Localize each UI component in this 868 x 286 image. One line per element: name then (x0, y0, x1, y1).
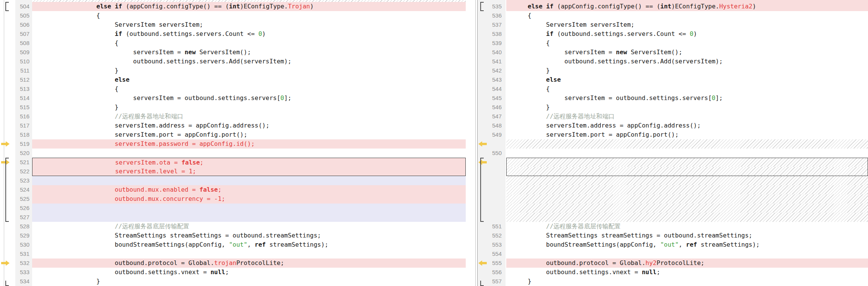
code-line[interactable]: //远程服务器底层传输配置 (506, 222, 868, 231)
code-line[interactable]: serversItem.password = appConfig.id(); (32, 139, 466, 149)
code-line[interactable] (32, 176, 466, 185)
code-line[interactable]: } (32, 66, 466, 75)
line-number: 514 (15, 94, 29, 103)
code-line[interactable]: { (32, 39, 466, 48)
code-line[interactable] (32, 204, 466, 213)
pane-splitter[interactable] (475, 0, 476, 286)
code-line[interactable]: else if (appConfig.configType() == (int)… (32, 2, 466, 11)
code-token: ServersItem serversItem; (115, 21, 203, 28)
code-token: false (181, 159, 200, 166)
code-line[interactable]: //远程服务器地址和端口 (32, 112, 466, 121)
code-line[interactable]: { (32, 11, 466, 20)
code-line[interactable]: serversItem.ota = false; (32, 158, 466, 167)
code-line[interactable]: outbound.settings.servers.Add(serversIte… (32, 57, 466, 66)
code-line[interactable]: StreamSettings streamSettings = outbound… (506, 231, 868, 240)
code-token: (outbound.settings.servers.Count <= (553, 30, 689, 37)
line-number: 537 (478, 20, 502, 29)
line-number: 552 (478, 231, 502, 240)
code-line[interactable]: serversItem = new ServersItem(); (32, 48, 466, 57)
code-line[interactable]: outbound.settings.vnext = null; (506, 268, 868, 277)
code-token: 0 (258, 30, 262, 37)
code-token: ; (657, 268, 660, 276)
code-token: ProtocolLite; (657, 259, 704, 267)
code-line[interactable]: serversItem = new ServersItem(); (506, 48, 868, 57)
code-token: outbound.protocol = Global. (115, 259, 214, 267)
line-number: 526 (15, 204, 29, 213)
line-number: 549 (478, 130, 502, 139)
code-line[interactable]: else if (appConfig.configType() == (int)… (506, 2, 868, 11)
code-line[interactable]: //远程服务器底层传输配置 (32, 222, 466, 231)
diff-filler-row[interactable] (506, 167, 868, 176)
right-gutter-numbers: 5355365375385395405415425435445455465475… (478, 0, 506, 286)
code-line[interactable]: boundStreamSettings(appConfig, "out", re… (32, 240, 466, 249)
code-line[interactable]: serversItem.port = appConfig.port(); (506, 130, 868, 139)
line-number: 511 (15, 66, 29, 75)
code-line[interactable] (32, 213, 466, 222)
diff-arrow-right-icon (1, 260, 10, 266)
code-line[interactable]: serversItem = outbound.settings.servers[… (32, 94, 466, 103)
code-line[interactable]: } (506, 277, 868, 286)
code-line[interactable]: serversItem.level = 1; (32, 167, 466, 176)
code-line[interactable]: outbound.settings.vnext = null; (32, 268, 466, 277)
code-token: { (546, 85, 550, 92)
code-line[interactable]: } (506, 103, 868, 112)
code-line[interactable]: else (32, 75, 466, 84)
code-line[interactable]: if (outbound.settings.servers.Count <= 0… (32, 29, 466, 39)
code-line[interactable]: StreamSettings streamSettings = outbound… (32, 231, 466, 240)
code-line[interactable]: else (506, 75, 868, 84)
code-line[interactable]: outbound.protocol = Global.trojanProtoco… (32, 259, 466, 268)
line-number: 529 (15, 231, 29, 240)
code-line[interactable]: if (outbound.settings.servers.Count <= 0… (506, 29, 868, 39)
line-number: 522 (15, 167, 29, 176)
code-token: ]; (715, 94, 723, 102)
code-line[interactable]: } (32, 277, 466, 286)
diff-filler-row[interactable] (506, 139, 868, 149)
code-token: outbound.settings.vnext = (546, 268, 642, 276)
code-line[interactable]: serversItem.port = appConfig.port(); (32, 130, 466, 139)
diff-filler-row[interactable] (506, 185, 868, 194)
code-line[interactable]: ServersItem serversItem; (506, 20, 868, 29)
code-line[interactable]: boundStreamSettings(appConfig, "out", re… (506, 240, 868, 249)
code-line[interactable]: { (506, 84, 868, 94)
code-line[interactable]: serversItem = outbound.settings.servers[… (506, 94, 868, 103)
code-token: )EConfigType. (671, 3, 719, 10)
code-line[interactable]: } (506, 66, 868, 75)
code-line[interactable]: outbound.protocol = Global.hy2ProtocolLi… (506, 259, 868, 268)
line-number: 540 (478, 48, 502, 57)
diff-filler-row[interactable] (506, 213, 868, 222)
code-token: serversItem = (133, 48, 185, 56)
diff-filler-row[interactable] (506, 194, 868, 204)
line-number: 542 (478, 66, 502, 75)
left-code-area[interactable]: else if (appConfig.configType() == (int)… (32, 0, 466, 286)
line-number: 532 (15, 259, 29, 268)
code-token: serversItem.address = appConfig.address(… (115, 122, 270, 129)
code-line[interactable]: outbound.mux.enabled = false; (32, 185, 466, 194)
code-line[interactable]: serversItem.address = appConfig.address(… (506, 121, 868, 130)
line-number: 557 (478, 277, 502, 286)
code-line[interactable]: outbound.settings.servers.Add(serversIte… (506, 57, 868, 66)
diff-filler-row[interactable] (506, 204, 868, 213)
code-token: false (200, 186, 218, 193)
code-line[interactable]: } (32, 103, 466, 112)
code-line[interactable] (506, 149, 868, 158)
code-line[interactable]: { (506, 39, 868, 48)
code-line[interactable]: //远程服务器地址和端口 (506, 112, 868, 121)
code-token: ; (225, 268, 229, 276)
code-line[interactable]: { (32, 84, 466, 94)
diff-filler-row[interactable] (506, 176, 868, 185)
code-line[interactable]: ServersItem serversItem; (32, 20, 466, 29)
code-line[interactable]: outbound.mux.concurrency = -1; (32, 194, 466, 204)
code-token: serversItem = outbound.settings.servers[ (564, 94, 712, 102)
right-code-area[interactable]: else if (appConfig.configType() == (int)… (506, 0, 868, 286)
code-token: boundStreamSettings(appConfig, (115, 241, 229, 248)
line-number: 520 (15, 149, 29, 158)
code-line[interactable] (506, 249, 868, 259)
code-token: 0 (280, 94, 284, 102)
code-token: ]; (284, 94, 291, 102)
code-line[interactable]: serversItem.address = appConfig.address(… (32, 121, 466, 130)
code-line[interactable] (32, 149, 466, 158)
diff-filler-row[interactable] (506, 158, 868, 167)
line-number: 528 (15, 222, 29, 231)
code-line[interactable] (32, 249, 466, 259)
code-line[interactable]: { (506, 11, 868, 20)
